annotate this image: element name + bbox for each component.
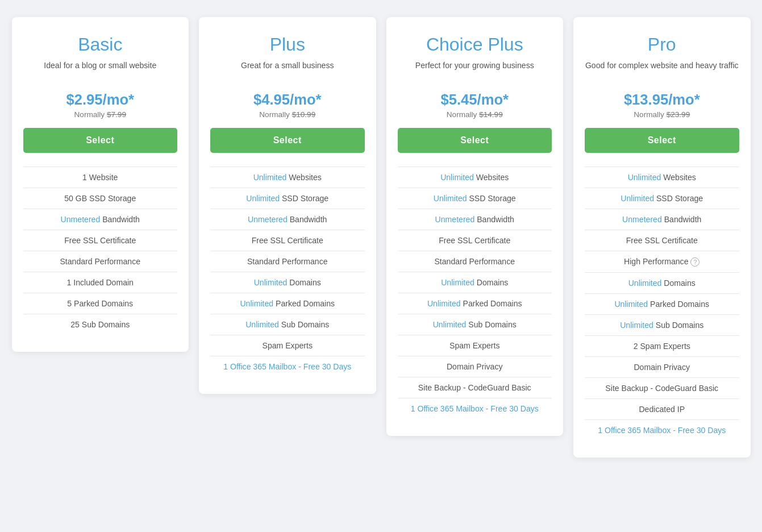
features-list-choice-plus: Unlimited WebsitesUnlimited SSD StorageU… bbox=[398, 167, 552, 419]
plan-card-choice-plus: Choice PlusPerfect for your growing busi… bbox=[386, 17, 564, 436]
list-item: 25 Sub Domains bbox=[23, 314, 178, 335]
list-item: Unlimited Sub Domains bbox=[398, 314, 552, 335]
list-item: Free SSL Certificate bbox=[398, 230, 552, 251]
list-item: Unlimited Domains bbox=[398, 272, 552, 293]
list-item: Unlimited Websites bbox=[398, 167, 552, 188]
info-icon[interactable]: ? bbox=[690, 257, 699, 267]
list-item: Site Backup - CodeGuard Basic bbox=[398, 377, 552, 398]
plan-name-choice-plus: Choice Plus bbox=[426, 34, 523, 55]
plan-desc-basic: Ideal for a blog or small website bbox=[44, 61, 156, 81]
list-item: Standard Performance bbox=[210, 251, 365, 272]
plan-normal-price-plus: Normally $10.99 bbox=[259, 110, 315, 119]
list-item: Unlimited Websites bbox=[585, 167, 739, 188]
list-item: Unlimited Parked Domains bbox=[210, 293, 365, 314]
plan-name-plus: Plus bbox=[270, 34, 305, 55]
plan-name-pro: Pro bbox=[648, 34, 676, 55]
plan-price-plus: $4.95/mo* bbox=[253, 92, 322, 108]
list-item: Unmetered Bandwidth bbox=[23, 209, 178, 230]
list-item: Free SSL Certificate bbox=[23, 230, 178, 251]
list-item: Site Backup - CodeGuard Basic bbox=[585, 377, 739, 398]
list-item: Unlimited SSD Storage bbox=[585, 188, 739, 209]
list-item: Standard Performance bbox=[398, 251, 552, 272]
list-item: 1 Website bbox=[23, 167, 178, 188]
list-item: 1 Included Domain bbox=[23, 272, 178, 293]
list-item: Unlimited Parked Domains bbox=[398, 293, 552, 314]
list-item: Unlimited Websites bbox=[210, 167, 365, 188]
plan-card-basic: BasicIdeal for a blog or small website$2… bbox=[12, 17, 189, 352]
features-list-basic: 1 Website50 GB SSD StorageUnmetered Band… bbox=[23, 167, 178, 335]
list-item: Dedicated IP bbox=[585, 398, 739, 419]
list-item[interactable]: 1 Office 365 Mailbox - Free 30 Days bbox=[210, 356, 365, 377]
plan-normal-price-choice-plus: Normally $14.99 bbox=[447, 110, 503, 119]
plan-desc-choice-plus: Perfect for your growing business bbox=[415, 61, 534, 81]
plan-price-pro: $13.95/mo* bbox=[624, 92, 700, 108]
list-item: Unlimited SSD Storage bbox=[398, 188, 552, 209]
plan-desc-pro: Good for complex website and heavy traff… bbox=[585, 61, 739, 81]
list-item: Domain Privacy bbox=[398, 356, 552, 377]
list-item: Spam Experts bbox=[398, 335, 552, 356]
list-item: Unmetered Bandwidth bbox=[585, 209, 739, 230]
select-button-choice-plus[interactable]: Select bbox=[398, 128, 552, 153]
list-item: Unlimited Domains bbox=[210, 272, 365, 293]
plan-price-basic: $2.95/mo* bbox=[66, 92, 134, 108]
list-item[interactable]: 1 Office 365 Mailbox - Free 30 Days bbox=[585, 419, 739, 440]
plan-card-pro: ProGood for complex website and heavy tr… bbox=[573, 17, 751, 458]
list-item: High Performance? bbox=[585, 251, 739, 272]
list-item: Unlimited Sub Domains bbox=[210, 314, 365, 335]
select-button-pro[interactable]: Select bbox=[585, 128, 739, 153]
list-item: Unmetered Bandwidth bbox=[210, 209, 365, 230]
list-item: Unlimited SSD Storage bbox=[210, 188, 365, 209]
list-item: Free SSL Certificate bbox=[210, 230, 365, 251]
plans-container: BasicIdeal for a blog or small website$2… bbox=[12, 17, 751, 458]
plan-desc-plus: Great for a small business bbox=[241, 61, 334, 81]
plan-price-choice-plus: $5.45/mo* bbox=[440, 92, 509, 108]
list-item: Unlimited Sub Domains bbox=[585, 314, 739, 335]
list-item: Domain Privacy bbox=[585, 356, 739, 377]
features-list-plus: Unlimited WebsitesUnlimited SSD StorageU… bbox=[210, 167, 365, 377]
select-button-plus[interactable]: Select bbox=[210, 128, 365, 153]
list-item: Free SSL Certificate bbox=[585, 230, 739, 251]
list-item: Unlimited Domains bbox=[585, 272, 739, 293]
plan-normal-price-basic: Normally $7.99 bbox=[74, 110, 126, 119]
list-item: 5 Parked Domains bbox=[23, 293, 178, 314]
plan-card-plus: PlusGreat for a small business$4.95/mo*N… bbox=[199, 17, 376, 394]
list-item: Standard Performance bbox=[23, 251, 178, 272]
list-item: Spam Experts bbox=[210, 335, 365, 356]
features-list-pro: Unlimited WebsitesUnlimited SSD StorageU… bbox=[585, 167, 739, 440]
list-item: 2 Spam Experts bbox=[585, 335, 739, 356]
plan-normal-price-pro: Normally $23.99 bbox=[634, 110, 690, 119]
list-item: 50 GB SSD Storage bbox=[23, 188, 178, 209]
plan-name-basic: Basic bbox=[78, 34, 122, 55]
select-button-basic[interactable]: Select bbox=[23, 128, 178, 153]
list-item[interactable]: 1 Office 365 Mailbox - Free 30 Days bbox=[398, 398, 552, 419]
list-item: Unmetered Bandwidth bbox=[398, 209, 552, 230]
list-item: Unlimited Parked Domains bbox=[585, 293, 739, 314]
